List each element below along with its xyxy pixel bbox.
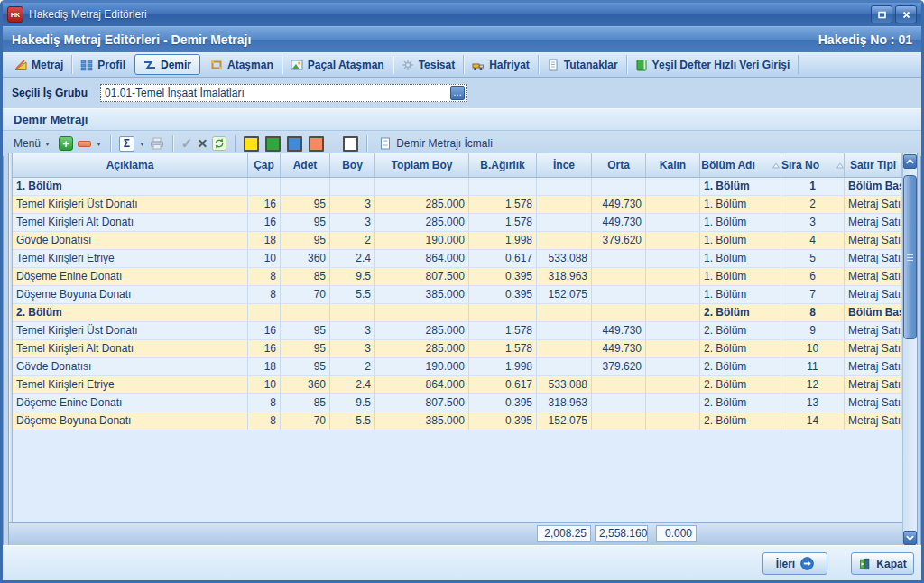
cell-b_agirlik bbox=[469, 178, 537, 196]
cell-satir_tipi: Metraj Satırı bbox=[845, 196, 902, 214]
scroll-down-button[interactable] bbox=[903, 531, 917, 545]
cell-bolum_adi: 2. Bölüm bbox=[700, 322, 781, 340]
tab-hafriyat[interactable]: Hafriyat bbox=[464, 55, 539, 74]
maximize-button[interactable] bbox=[871, 5, 892, 23]
tab-yesil-defter[interactable]: Yeşil Defter Hızlı Veri Girişi bbox=[627, 55, 799, 74]
column-label: Sıra No bbox=[781, 159, 819, 171]
header-cell-satir_tipi[interactable]: Satır Tipi bbox=[845, 153, 902, 177]
add-row-button[interactable]: + bbox=[59, 136, 73, 151]
table-row[interactable]: Temel Kirişleri Etriye103602.4864.0000.6… bbox=[13, 250, 902, 268]
header-cell-toplam_boy[interactable]: Toplam Boy bbox=[375, 153, 469, 177]
ileri-button[interactable]: İleri bbox=[762, 552, 827, 575]
column-label: Satır Tipi bbox=[850, 159, 896, 171]
header-band: Hakediş Metraj Editörleri - Demir Metraj… bbox=[3, 26, 921, 52]
tab-label: Paçal Ataşman bbox=[308, 59, 384, 71]
apply-button[interactable]: ✓ bbox=[181, 135, 193, 152]
browse-button[interactable]: … bbox=[450, 86, 465, 100]
cell-satir_tipi: Metraj Satırı bbox=[845, 214, 902, 232]
icmal-button[interactable]: Demir Metrajı İcmali bbox=[375, 135, 496, 152]
cell-adet: 70 bbox=[281, 286, 330, 304]
column-label: Adet bbox=[293, 159, 318, 171]
cancel-button[interactable]: ✕ bbox=[197, 136, 208, 151]
header-cell-cap[interactable]: Çap bbox=[248, 153, 281, 177]
table-row[interactable]: Gövde Donatısı18952190.0001.998379.6202.… bbox=[13, 358, 902, 376]
exit-door-icon bbox=[858, 558, 871, 570]
table-row[interactable]: Temel Kirişleri Üst Donatı16953285.0001.… bbox=[13, 196, 902, 214]
color-swatch-yellow[interactable] bbox=[244, 136, 259, 152]
scroll-up-button[interactable] bbox=[903, 154, 917, 169]
cell-aciklama: Gövde Donatısı bbox=[13, 358, 248, 376]
cell-adet bbox=[281, 178, 330, 196]
chevron-up-icon bbox=[906, 159, 914, 164]
summary-bar: 2,008.25 2,558.160 0.000 bbox=[9, 522, 902, 546]
kapat-button[interactable]: Kapat bbox=[851, 552, 914, 575]
tab-metraj[interactable]: Metraj bbox=[6, 55, 72, 74]
color-swatch-blue[interactable] bbox=[287, 136, 302, 152]
header-cell-kalin[interactable]: Kalın bbox=[646, 153, 700, 177]
cell-boy: 3 bbox=[330, 196, 375, 214]
tab-profil[interactable]: Profil bbox=[72, 55, 134, 74]
table-row[interactable]: Döşeme Enine Donatı8859.5807.5000.395318… bbox=[13, 394, 902, 412]
table-row[interactable]: 1. Bölüm1. Bölüm1Bölüm Başlığı bbox=[13, 178, 902, 196]
scroll-thumb[interactable] bbox=[903, 175, 917, 339]
header-cell-ince[interactable]: İnce bbox=[537, 153, 592, 177]
chevron-down-icon[interactable]: ▼ bbox=[96, 141, 102, 147]
report-document-icon bbox=[379, 137, 392, 150]
cell-aciklama: Temel Kirişleri Etriye bbox=[13, 250, 248, 268]
refresh-icon bbox=[212, 136, 226, 151]
cell-boy: 2.4 bbox=[330, 376, 375, 394]
tab-atasman[interactable]: Ataşman bbox=[202, 55, 282, 74]
cell-adet: 95 bbox=[281, 322, 330, 340]
remove-row-button[interactable] bbox=[78, 141, 91, 147]
table-row[interactable]: Temel Kirişleri Alt Donatı16953285.0001.… bbox=[13, 340, 902, 358]
table-row[interactable]: Temel Kirişleri Alt Donatı16953285.0001.… bbox=[13, 214, 902, 232]
tab-pacal-atasman[interactable]: Paçal Ataşman bbox=[282, 55, 393, 74]
cell-sira_no: 10 bbox=[781, 340, 845, 358]
table-row[interactable]: Temel Kirişleri Etriye103602.4864.0000.6… bbox=[13, 376, 902, 394]
sum-button[interactable]: Σ bbox=[119, 136, 134, 152]
is-grubu-input[interactable] bbox=[102, 86, 451, 100]
table-row[interactable]: Döşeme Boyuna Donatı8705.5385.0000.39515… bbox=[13, 412, 902, 430]
total-ince: 2,008.25 bbox=[537, 525, 591, 542]
menu-button[interactable]: Menü▼ bbox=[10, 135, 54, 152]
color-swatch-orange[interactable] bbox=[309, 136, 324, 152]
table-row[interactable]: Gövde Donatısı18952190.0001.998379.6201.… bbox=[13, 232, 902, 250]
color-swatch-green[interactable] bbox=[265, 136, 281, 152]
table-row[interactable]: Temel Kirişleri Üst Donatı16953285.0001.… bbox=[13, 322, 902, 340]
cell-toplam_boy bbox=[375, 304, 469, 322]
header-cell-adet[interactable]: Adet bbox=[281, 153, 330, 177]
header-cell-boy[interactable]: Boy bbox=[330, 153, 375, 177]
cell-ince bbox=[537, 232, 592, 250]
color-swatch-white[interactable] bbox=[343, 136, 358, 152]
cell-b_agirlik: 1.998 bbox=[469, 358, 537, 376]
table-row[interactable]: Döşeme Boyuna Donatı8705.5385.0000.39515… bbox=[13, 286, 902, 304]
column-label: Boy bbox=[342, 159, 363, 171]
cell-ince: 533.088 bbox=[537, 250, 592, 268]
close-button[interactable] bbox=[895, 5, 917, 23]
tab-tesisat[interactable]: Tesisat bbox=[393, 55, 464, 74]
column-label: Kalın bbox=[660, 159, 686, 171]
header-cell-b_agirlik[interactable]: B.Ağırlık bbox=[469, 153, 537, 177]
header-cell-sira_no[interactable]: Sıra No bbox=[781, 153, 845, 177]
cell-boy: 5.5 bbox=[330, 412, 375, 430]
cell-aciklama: Temel Kirişleri Alt Donatı bbox=[13, 214, 248, 232]
refresh-button[interactable] bbox=[212, 136, 226, 151]
chevron-down-icon[interactable]: ▼ bbox=[139, 141, 145, 147]
header-cell-orta[interactable]: Orta bbox=[592, 153, 646, 177]
cell-satir_tipi: Metraj Satırı bbox=[845, 412, 902, 430]
vertical-scrollbar[interactable] bbox=[902, 153, 917, 546]
header-cell-bolum_adi[interactable]: Bölüm Adı bbox=[700, 153, 781, 177]
cell-ince bbox=[537, 340, 592, 358]
table-row[interactable]: 2. Bölüm2. Bölüm8Bölüm Başlığı bbox=[13, 304, 902, 322]
tab-tutanaklar[interactable]: Tutanaklar bbox=[539, 55, 627, 74]
header-cell-aciklama[interactable]: Açıklama bbox=[13, 153, 248, 177]
table-row[interactable]: Döşeme Enine Donatı8859.5807.5000.395318… bbox=[13, 268, 902, 286]
tab-demir[interactable]: Demir bbox=[134, 54, 200, 75]
tab-bar: MetrajProfilDemirAtaşmanPaçal AtaşmanTes… bbox=[3, 52, 921, 78]
tutanaklar-icon bbox=[547, 59, 559, 71]
cell-toplam_boy: 864.000 bbox=[375, 250, 469, 268]
cell-ince bbox=[537, 214, 592, 232]
window: HK Hakediş Metraj Editörleri Hakediş Met… bbox=[0, 0, 924, 583]
print-button[interactable] bbox=[150, 136, 164, 151]
cell-adet: 360 bbox=[281, 250, 330, 268]
